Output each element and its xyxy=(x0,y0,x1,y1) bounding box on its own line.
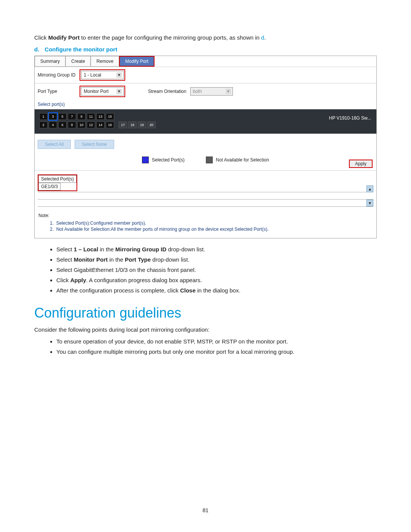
tab-summary[interactable]: Summary xyxy=(35,56,65,67)
port-4[interactable]: 4 xyxy=(49,121,57,128)
port-3[interactable]: 3 xyxy=(49,113,57,120)
port-14[interactable]: 14 xyxy=(96,121,105,128)
port-8[interactable]: 8 xyxy=(68,121,76,128)
port-type-select[interactable]: Monitor Port ▼ xyxy=(81,87,124,96)
select-all-button[interactable]: Select All xyxy=(38,140,71,149)
port-2[interactable]: 2 xyxy=(39,121,48,128)
na-swatch xyxy=(206,157,213,163)
list-item: To ensure operation of your device, do n… xyxy=(56,338,377,345)
list-item: Select GigabitEthernet 1/0/3 on the chas… xyxy=(56,267,377,273)
page-number: 81 xyxy=(34,507,377,513)
instruction-list: Select 1 – Local in the Mirroring Group … xyxy=(34,246,377,294)
port-6[interactable]: 6 xyxy=(58,121,67,128)
port-15[interactable]: 15 xyxy=(106,113,114,120)
list-item: Select 1 – Local in the Mirroring Group … xyxy=(56,246,377,252)
apply-button[interactable]: Apply xyxy=(349,160,373,168)
chevron-down-icon: ▼ xyxy=(226,89,231,94)
chevron-down-icon: ▼ xyxy=(116,72,122,78)
select-ports-label: Select port(s) xyxy=(35,99,376,109)
list-item: You can configure multiple mirroring por… xyxy=(56,348,377,355)
port-13[interactable]: 13 xyxy=(96,113,105,120)
stream-orientation-select: both ▼ xyxy=(190,87,233,96)
port-11[interactable]: 11 xyxy=(87,113,95,120)
guidelines-intro: Consider the following points during loc… xyxy=(34,326,377,333)
guidelines-list: To ensure operation of your device, do n… xyxy=(34,338,377,355)
port-17[interactable]: 17 xyxy=(119,121,127,128)
chassis-panel: HP V1910-16G Sw... 1 3 5 7 9 11 13 15 2 … xyxy=(35,109,376,134)
port-19[interactable]: 19 xyxy=(138,121,146,128)
tabs: Summary Create Remove Modify Port xyxy=(35,56,376,67)
notes-block: Note: 1. Selected Port(s):Configured mem… xyxy=(35,209,376,238)
port-20[interactable]: 20 xyxy=(147,121,156,128)
list-item: After the configuration process is compl… xyxy=(56,287,377,294)
guidelines-heading: Configuration guidelines xyxy=(34,305,377,321)
device-name: HP V1910-16G Sw... xyxy=(329,115,371,121)
scroll-up-icon[interactable]: ▲ xyxy=(366,185,373,192)
step-heading: d.Configure the monitor port xyxy=(34,46,377,53)
mirroring-group-select[interactable]: 1 - Local ▼ xyxy=(81,71,124,79)
tab-modify-port[interactable]: Modify Port xyxy=(119,56,155,67)
selected-ports-header: Selected Port(s) xyxy=(38,175,76,183)
screenshot-panel: Summary Create Remove Modify Port Mirror… xyxy=(34,56,377,238)
row-mirroring-group: Mirroring Group ID 1 - Local ▼ xyxy=(35,67,376,83)
row-port-type: Port Type Monitor Port ▼ Stream Orientat… xyxy=(35,83,376,99)
port-18[interactable]: 18 xyxy=(128,121,137,128)
select-none-button[interactable]: Select None xyxy=(75,140,114,149)
legend-row: Selected Port(s) Not Available for Selec… xyxy=(35,155,376,170)
port-7[interactable]: 7 xyxy=(68,113,76,120)
selected-swatch xyxy=(142,157,149,163)
tab-remove[interactable]: Remove xyxy=(91,56,119,67)
list-item: Select Monitor Port in the Port Type dro… xyxy=(56,256,377,263)
port-1[interactable]: 1 xyxy=(39,113,48,120)
tab-create[interactable]: Create xyxy=(65,56,91,67)
port-12[interactable]: 12 xyxy=(87,121,95,128)
port-10[interactable]: 10 xyxy=(77,121,86,128)
port-9[interactable]: 9 xyxy=(77,113,86,120)
scroll-down-icon[interactable]: ▼ xyxy=(366,200,373,206)
intro-text: Click Modify Port to enter the page for … xyxy=(34,34,377,41)
list-item: Click Apply. A configuration progress di… xyxy=(56,277,377,283)
selected-ports-value: GE1/0/3 xyxy=(38,183,61,190)
port-5[interactable]: 5 xyxy=(58,113,67,120)
chevron-down-icon: ▼ xyxy=(116,89,122,94)
port-16[interactable]: 16 xyxy=(106,121,114,128)
